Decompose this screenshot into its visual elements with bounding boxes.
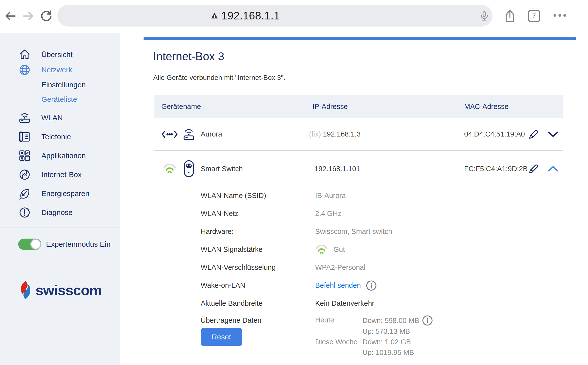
traffic-period: Heute — [315, 315, 362, 337]
sidebar-item-einstellungen[interactable]: Einstellungen — [0, 77, 120, 92]
page-subtitle: Alle Geräte verbunden mit "Internet-Box … — [153, 73, 576, 82]
chevron-up-icon — [547, 166, 559, 172]
sidebar-item-netzwerk[interactable]: Netzwerk — [0, 62, 120, 77]
pencil-icon — [528, 128, 539, 140]
detail-label: WLAN-Name (SSID) — [201, 192, 315, 200]
sidebar-item-label: WLAN — [41, 114, 63, 122]
sidebar-item-energiesparen[interactable]: Energiesparen — [0, 186, 120, 201]
dot-icon — [563, 14, 566, 17]
detail-row-bandbreite: Aktuelle Bandbreite Kein Datenverkehr — [154, 294, 563, 312]
device-details-panel: WLAN-Name (SSID) IB-Aurora WLAN-Netz 2.4… — [154, 187, 563, 358]
detail-row-signalstaerke: WLAN Signalstärke Gut — [154, 241, 563, 259]
sidebar-item-applikationen[interactable]: Applikationen — [0, 148, 120, 163]
mac-address: FC:F5:C4:A1:9D:2B — [464, 165, 528, 173]
sidebar-item-label: Einstellungen — [41, 81, 86, 89]
wifi-signal-icon — [315, 245, 328, 255]
home-icon — [18, 48, 31, 61]
page-title: Internet-Box 3 — [153, 50, 576, 63]
internet-box-icon — [18, 168, 31, 181]
traffic-up: Up: 573.13 MB — [362, 326, 433, 337]
url-text: 192.168.1.1 — [221, 10, 280, 22]
detail-row-wake-on-lan: Wake-on-LAN Befehl senden — [154, 276, 563, 294]
info-icon[interactable] — [422, 315, 433, 326]
befehl-senden-link[interactable]: Befehl senden — [315, 281, 361, 289]
traffic-row-diese-woche: Diese Woche Down: 1.02 GB Up: 1019.95 MB — [315, 337, 433, 358]
browser-forward-button[interactable] — [21, 9, 35, 23]
device-list-card: Internet-Box 3 Alle Geräte verbunden mit… — [144, 37, 576, 358]
column-header-ip-adresse: IP-Adresse — [306, 103, 457, 111]
table-row-aurora: Aurora (fix)192.168.1.3 04:D4:C4:51:19:A… — [154, 118, 563, 151]
detail-label: Wake-on-LAN — [201, 281, 315, 289]
edit-device-button[interactable] — [528, 128, 539, 140]
browser-menu-button[interactable] — [554, 14, 566, 17]
share-button[interactable] — [504, 9, 516, 23]
sidebar-item-label: Netzwerk — [41, 66, 72, 74]
swisscom-wordmark: swisscom — [35, 282, 102, 298]
address-bar[interactable]: 192.168.1.1 — [57, 5, 492, 27]
phone-icon — [18, 131, 31, 143]
detail-label: Hardware: — [201, 228, 315, 236]
globe-icon — [18, 64, 31, 76]
wifi-router-device-icon — [182, 128, 195, 141]
warning-triangle-icon — [211, 13, 218, 19]
browser-reload-button[interactable] — [39, 9, 53, 23]
expand-row-button[interactable] — [547, 131, 559, 137]
sidebar-item-internet-box[interactable]: Internet-Box — [0, 167, 120, 182]
edit-device-button[interactable] — [528, 163, 539, 175]
tab-switcher-button[interactable]: 7 — [528, 10, 540, 22]
back-arrow-icon — [3, 9, 17, 23]
expert-mode-toggle[interactable] — [18, 239, 41, 250]
detail-row-wlan-netz: WLAN-Netz 2.4 GHz — [154, 205, 563, 223]
sidebar-divider — [0, 227, 120, 228]
sidebar: Übersicht Netzwerk Einstellungen Gerätel… — [0, 33, 120, 365]
ip-fix-prefix: (fix) — [309, 130, 321, 138]
device-table: Gerätename IP-Adresse MAC-Adresse Aurora — [154, 95, 563, 358]
detail-value: Gut — [333, 245, 345, 254]
alert-circle-icon — [18, 206, 31, 219]
detail-row-uebertragene-daten: Übertragene Daten Reset Heute Down: 598.… — [154, 312, 563, 358]
main-content: Internet-Box 3 Alle Geräte verbunden mit… — [120, 33, 588, 365]
sidebar-item-geraeteliste[interactable]: Geräteliste — [0, 92, 120, 106]
wifi-signal-icon — [161, 164, 179, 174]
detail-label: WLAN-Verschlüsselung — [201, 263, 315, 272]
toggle-knob — [30, 239, 41, 250]
browser-back-button[interactable] — [3, 9, 17, 23]
sidebar-item-wlan[interactable]: WLAN — [0, 110, 120, 125]
sidebar-item-label: Telefonie — [41, 133, 71, 141]
leaf-icon — [18, 187, 31, 200]
detail-row-hardware: Hardware: Swisscom, Smart switch — [154, 223, 563, 241]
sidebar-item-uebersicht[interactable]: Übersicht — [0, 47, 120, 62]
bridge-connection-icon — [161, 130, 179, 138]
collapse-row-button[interactable] — [547, 166, 559, 172]
reload-icon — [39, 9, 53, 23]
sidebar-item-telefonie[interactable]: Telefonie — [0, 129, 120, 144]
sidebar-item-label: Applikationen — [41, 152, 86, 160]
card-accent-bar — [144, 37, 576, 40]
pencil-icon — [528, 163, 539, 175]
info-icon[interactable] — [366, 280, 377, 291]
sidebar-item-label: Geräteliste — [41, 95, 77, 104]
column-header-mac-adresse: MAC-Adresse — [457, 103, 563, 111]
traffic-down: Down: 1.02 GB — [362, 337, 414, 347]
forward-arrow-icon — [21, 9, 35, 23]
detail-value: WPA2-Personal — [315, 263, 365, 272]
detail-row-verschluesselung: WLAN-Verschlüsselung WPA2-Personal — [154, 259, 563, 276]
traffic-row-heute: Heute Down: 598.00 MB Up: 573.13 MB — [315, 315, 433, 337]
table-header-row: Gerätename IP-Adresse MAC-Adresse — [154, 95, 563, 118]
sidebar-item-diagnose[interactable]: Diagnose — [0, 205, 120, 220]
detail-value: 2.4 GHz — [315, 210, 341, 218]
sidebar-item-label: Übersicht — [41, 50, 73, 59]
swisscom-lifeform-icon — [18, 280, 32, 300]
mac-address: 04:D4:C4:51:19:A0 — [464, 130, 525, 138]
reset-button[interactable]: Reset — [201, 328, 242, 346]
sidebar-item-label: Energiesparen — [41, 189, 89, 198]
tab-count: 7 — [532, 12, 536, 20]
share-icon — [504, 9, 516, 23]
browser-toolbar: 192.168.1.1 7 — [0, 0, 588, 33]
ip-address: 192.168.1.3 — [323, 130, 360, 138]
smart-switch-device-icon — [182, 160, 195, 178]
device-name: Smart Switch — [201, 165, 243, 173]
traffic-stats: Heute Down: 598.00 MB Up: 573.13 MB — [315, 312, 433, 358]
detail-label: WLAN-Netz — [201, 210, 315, 218]
microphone-icon[interactable] — [479, 10, 490, 23]
